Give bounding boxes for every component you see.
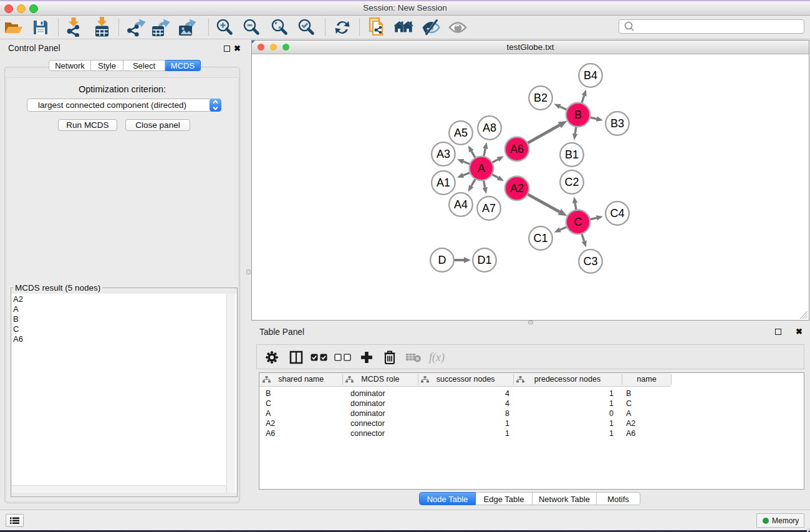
svg-text:A2: A2 bbox=[510, 182, 524, 195]
svg-text:B1: B1 bbox=[565, 148, 579, 161]
svg-text:B3: B3 bbox=[610, 117, 624, 130]
svg-text:A1: A1 bbox=[436, 177, 450, 189]
svg-text:D1: D1 bbox=[477, 254, 491, 266]
svg-text:A3: A3 bbox=[436, 148, 450, 160]
svg-text:B2: B2 bbox=[534, 92, 547, 104]
svg-text:C: C bbox=[574, 216, 582, 228]
svg-text:C3: C3 bbox=[583, 255, 597, 268]
svg-text:A8: A8 bbox=[483, 122, 496, 134]
svg-text:A4: A4 bbox=[454, 198, 468, 211]
svg-text:A: A bbox=[478, 162, 485, 175]
svg-text:B4: B4 bbox=[584, 69, 597, 82]
svg-text:A5: A5 bbox=[454, 127, 468, 139]
svg-text:C4: C4 bbox=[610, 207, 624, 220]
svg-text:A6: A6 bbox=[510, 143, 524, 155]
svg-text:A7: A7 bbox=[482, 202, 496, 215]
svg-text:C1: C1 bbox=[533, 232, 547, 244]
svg-text:D: D bbox=[438, 254, 446, 266]
svg-text:B: B bbox=[574, 109, 582, 121]
svg-text:C2: C2 bbox=[564, 176, 579, 188]
